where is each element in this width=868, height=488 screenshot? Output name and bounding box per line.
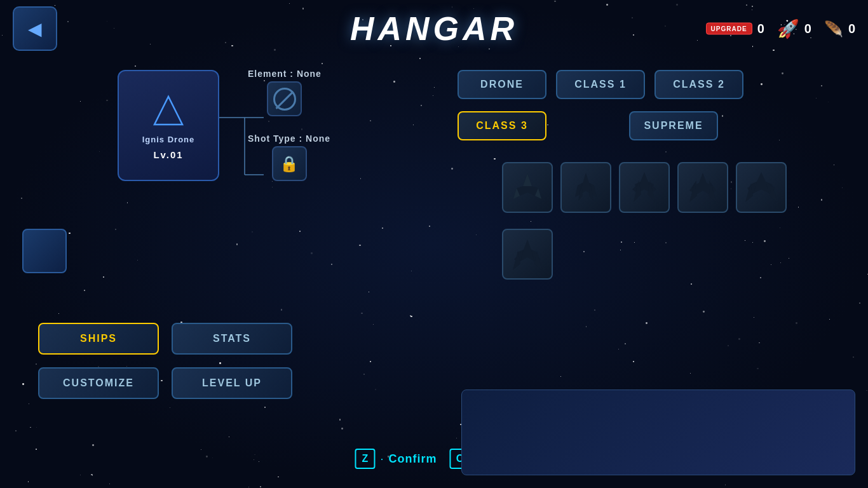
back-button[interactable]: ◀ [13,6,57,51]
element-label: Element : None [248,69,322,79]
rocket-group: 🚀 0 [777,18,811,39]
confirm-label: Confirm [388,452,437,466]
ship-silhouette-3 [627,170,662,205]
tab-class2[interactable]: CLASS 2 [654,70,743,99]
tab-drone[interactable]: DRONE [458,70,546,99]
ship-slot-3[interactable] [619,162,670,213]
back-icon: ◀ [28,18,42,39]
feather-count: 0 [848,22,855,36]
upgrade-count: 0 [757,22,764,36]
ship-slot-2[interactable] [560,162,611,213]
rocket-count: 0 [804,22,811,36]
svg-marker-6 [523,173,532,186]
feather-group: 🪶 0 [824,20,855,37]
tab-supreme[interactable]: SUPREME [629,111,718,140]
ship-grid-row1 [502,162,787,213]
ship-card: Ignis Drone Lv.01 [118,70,219,181]
no-element-circle [273,88,296,111]
element-panel: Element : None [248,69,322,116]
class-tabs-row1: DRONE CLASS 1 CLASS 2 [458,70,743,99]
lock-icon: 🔒 [280,155,299,173]
shot-type-panel: Shot Type : None 🔒 [248,133,330,181]
confirm-hint: Z · Confirm [355,449,437,469]
ship-silhouette-4 [686,170,721,205]
ship-slot-6[interactable] [502,229,553,280]
levelup-button[interactable]: LEVEL UP [172,367,292,399]
element-icon[interactable] [267,81,302,116]
small-left-slot[interactable] [22,229,67,273]
tab-class3[interactable]: CLASS 3 [458,111,546,140]
ship-triangle-icon [149,92,187,130]
ship-silhouette-1 [510,170,545,205]
page-title: HANGAR [350,10,518,48]
customize-button[interactable]: CUSTOMIZE [38,367,159,399]
ship-silhouette-2 [569,170,604,205]
ship-grid-row2 [502,229,553,280]
ship-silhouette-5 [744,170,779,205]
ship-slot-4[interactable] [677,162,728,213]
rocket-icon: 🚀 [777,18,799,39]
confirm-key: Z [355,449,375,469]
ship-level: Lv.01 [153,149,183,160]
ship-silhouette-6 [510,237,545,272]
class-tabs-row2: CLASS 3 SUPREME [458,111,718,140]
upgrade-badge[interactable]: UPGRADE [706,23,752,35]
tab-class1[interactable]: CLASS 1 [556,70,645,99]
ships-button[interactable]: SHIPS [38,323,159,355]
stats-button[interactable]: STATS [172,323,292,355]
ship-slot-5[interactable] [736,162,787,213]
svg-marker-0 [154,97,182,125]
ship-slot-1[interactable] [502,162,553,213]
feather-icon: 🪶 [824,20,843,37]
header: ◀ HANGAR UPGRADE 0 🚀 0 🪶 0 [0,0,868,57]
info-panel [461,390,855,475]
shot-type-label: Shot Type : None [248,133,330,144]
header-icons: UPGRADE 0 🚀 0 🪶 0 [706,18,855,39]
shot-type-icon[interactable]: 🔒 [272,146,307,181]
bottom-nav: SHIPS STATS CUSTOMIZE LEVEL UP [38,323,292,399]
upgrade-group: UPGRADE 0 [706,22,764,36]
ship-name: Ignis Drone [142,135,195,144]
